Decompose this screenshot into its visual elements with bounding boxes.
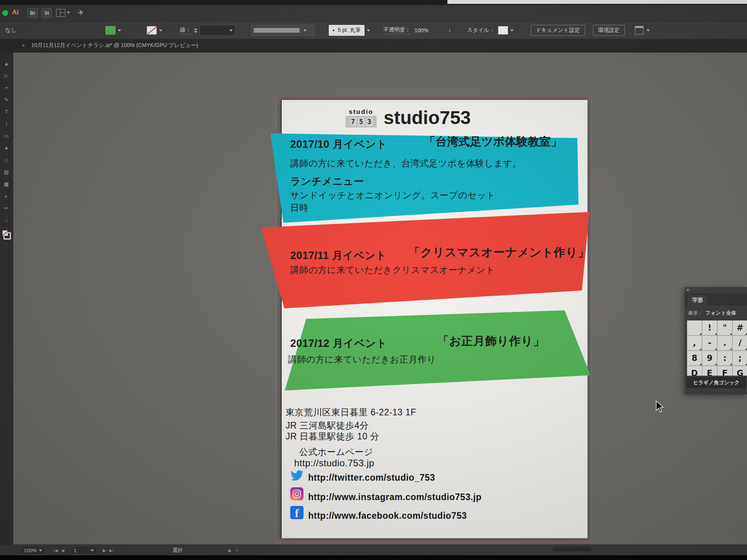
horizontal-scrollbar-thumb[interactable] [552,547,591,551]
glyphs-panel: × 字形 表示： フォント全体 ! " # , - . / 8 9 : ; D … [685,287,747,394]
width-profile-dropdown[interactable] [251,25,315,36]
zoom-level-dropdown[interactable]: 100% [20,546,46,555]
tool-icon[interactable]: ▦ [2,178,12,190]
next-page-button[interactable]: ▶ [103,548,106,553]
instagram-url: http://www.instagram.com/studio753.jp [308,492,482,502]
tool-icon[interactable]: T [2,106,12,118]
tool-icon[interactable]: ▲ [2,58,12,70]
glyph-cell[interactable]: G [733,366,747,376]
event-title-december: 「お正月飾り作り」 [437,333,545,349]
event-title-november: 「クリスマスオーナメント作り」 [409,245,589,261]
fill-swatch[interactable] [105,26,116,35]
stroke-weight-label[interactable]: 線： [180,26,191,34]
glyph-cell[interactable]: ; [733,351,747,366]
tool-icon[interactable]: ○ [2,214,12,226]
glyph-cell[interactable]: - [702,336,717,350]
opacity-value[interactable]: 100% [414,27,428,33]
tool-palette: ▲ ▷ + ✎ T / ▭ ● ◇ ▤ ▦ ◐ ✂ ○ [0,52,13,544]
tool-icon[interactable]: ▷ [2,70,12,82]
tool-icon[interactable]: ✎ [2,94,12,106]
status-expand-arrow[interactable]: ▶ [228,548,232,553]
glyphs-tab[interactable]: 字形 [687,295,708,305]
address-line: JR 三河島駅徒歩4分 [286,420,369,432]
glyph-cell[interactable]: D [687,366,702,376]
fill-stroke-indicator[interactable] [2,230,11,240]
opacity-expand-icon[interactable]: › [449,27,451,34]
last-page-button[interactable]: ▶| [109,548,114,553]
address-line: 東京荒川区東日暮里 6-22-13 1F [286,406,416,418]
glyphs-panel-tabrow: 字形 [685,293,747,305]
tool-icon[interactable]: ▤ [2,166,12,178]
address-line: JR 日暮里駅徒歩 10 分 [286,430,379,443]
workspace-layout-icon[interactable] [56,9,65,17]
stroke-chevron-icon[interactable] [159,30,162,32]
align-icon[interactable] [635,26,644,35]
tool-icon[interactable]: / [2,118,12,130]
stock-button[interactable]: St [41,8,52,18]
tool-icon[interactable]: + [2,82,12,94]
panel-close-icon[interactable]: × [686,287,689,293]
document-setup-button[interactable]: ドキュメント設定 [531,25,585,36]
first-page-button[interactable]: |◀ [53,548,58,553]
align-chevron-icon[interactable] [647,30,650,32]
background-window-sliver [447,0,747,4]
twitter-url: http://twitter.com/studio_753 [308,472,435,483]
glyph-cell[interactable]: : [717,351,732,366]
stroke-weight-dropdown[interactable] [200,25,235,36]
opacity-label[interactable]: 不透明度： [383,26,410,34]
stroke-swatch[interactable] [147,26,157,35]
show-value-dropdown[interactable]: フォント全体 [705,310,736,317]
lunch-menu-heading: ランチメニュー [290,175,364,188]
gpu-rocket-icon: ✈ [77,8,85,18]
glyph-cell[interactable]: 8 [687,351,702,366]
brush-chevron-icon[interactable] [367,30,370,32]
bridge-button[interactable]: Br [27,8,38,18]
glyph-cell[interactable]: / [733,336,747,350]
tool-icon[interactable]: ● [2,142,12,154]
page-number-dropdown[interactable]: 1 [70,546,97,555]
style-swatch[interactable] [498,26,508,35]
selection-type-label: なし [5,27,17,34]
homepage-label: 公式ホームページ [299,446,373,458]
facebook-url: http://www.facebook.com/studio753 [308,511,467,521]
glyph-cell[interactable]: , [687,336,702,350]
style-label: スタイル： [467,27,494,34]
glyph-cell[interactable]: . [717,336,732,350]
tab-close-icon[interactable]: × [22,42,25,49]
event-desc-december: 講師の方に来ていただきお正月作り [288,354,436,366]
glyph-cell[interactable]: E [702,366,717,376]
fill-chevron-icon[interactable] [118,30,121,32]
flyer-artboard[interactable]: studio 753 studio753 2017/10 月イベント 「台湾式足… [281,100,587,538]
brush-dropdown[interactable]: ● 5 pt. 丸筆 [329,25,365,36]
stroke-weight-stepper[interactable] [194,28,197,33]
ai-logo: Ai [12,9,19,16]
instagram-icon [290,487,303,500]
tool-icon[interactable]: ✂ [2,202,12,214]
tool-icon[interactable]: ◐ [2,190,12,202]
glyph-cell[interactable]: F [717,366,732,376]
workspace-chevron-icon[interactable] [67,12,70,14]
document-tab-bar: × 10月11月12月イベントチラシ.ai* @ 100% (CMYK/GPU … [0,39,747,52]
style-chevron-icon[interactable] [510,30,514,32]
control-bar: なし 線： ● 5 pt. 丸筆 不透明度： 100% › スタイル： ドキュメ… [0,22,747,39]
logo-word: studio [345,108,377,115]
mouse-cursor [654,401,665,413]
glyph-cell[interactable] [687,320,702,335]
glyph-cell[interactable]: 9 [702,351,717,366]
tool-icon[interactable]: ◇ [2,154,12,166]
preferences-button[interactable]: 環境設定 [593,25,625,36]
glyph-cell[interactable]: " [717,320,732,335]
width-profile-preview [254,28,300,33]
traffic-light-green[interactable] [2,10,8,16]
document-tab-title[interactable]: 10月11月12月イベントチラシ.ai* @ 100% (CMYK/GPU プレ… [31,42,198,49]
glyph-font-name[interactable]: ヒラギノ角ゴシック [687,377,745,388]
status-collapse-arrow[interactable]: < [236,548,238,553]
glyph-cell[interactable]: ! [702,320,717,335]
facebook-letter: f [295,508,299,519]
studio753-logo-mark: studio 753 [345,108,377,128]
prev-page-button[interactable]: ◀ [61,548,65,553]
glyph-grid: ! " # , - . / 8 9 : ; D E F G [687,320,747,376]
glyph-cell[interactable]: # [733,320,747,335]
tool-icon[interactable]: ▭ [2,130,12,142]
logo-digits: 753 [345,116,377,128]
